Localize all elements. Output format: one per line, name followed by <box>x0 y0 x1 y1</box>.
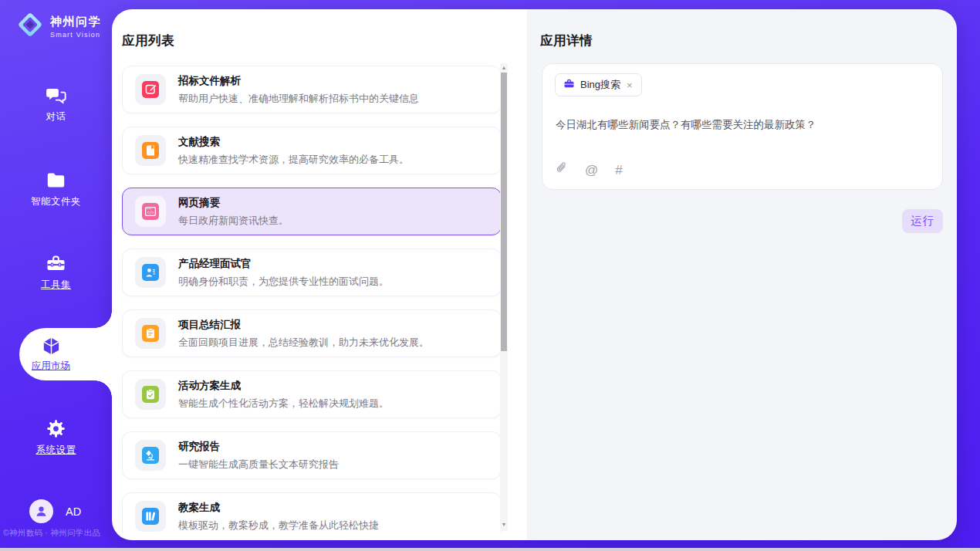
list-scrollbar[interactable]: ▲ ▼ <box>500 63 508 531</box>
app-card-desc: 模板驱动，教案秒成，教学准备从此轻松快捷 <box>178 519 379 532</box>
sidebar-item-app-market[interactable]: 应用市场 <box>19 328 112 380</box>
app-list: 招标文件解析 帮助用户快速、准确地理解和解析招标书中的关键信息 文献搜索 快速精… <box>122 63 502 532</box>
interviewer-icon <box>142 264 159 281</box>
sidebar-item-label: 对话 <box>46 110 66 123</box>
prompt-input-card[interactable]: Bing搜索 × 今日湖北有哪些新闻要点？有哪些需要关注的最新政策？ @ # <box>542 63 943 190</box>
bottom-edge-strip <box>0 548 980 551</box>
app-card-desc: 一键智能生成高质量长文本研究报告 <box>178 458 339 472</box>
hash-icon[interactable]: # <box>615 164 622 177</box>
app-icon-frame <box>135 74 166 105</box>
app-card-desc: 明确身份和职责，为您提供专业性的面试问题。 <box>178 275 389 289</box>
sidebar-item-smart-folder[interactable]: 智能文件夹 <box>0 170 112 208</box>
clipboard-icon <box>142 325 159 342</box>
app-card-web-summary[interactable]: </> 网页摘要 每日政府新闻资讯快查。 <box>122 188 502 235</box>
app-card-title: 招标文件解析 <box>178 74 419 88</box>
gear-icon <box>46 418 66 439</box>
app-card-event-plan[interactable]: 活动方案生成 智能生成个性化活动方案，轻松解决规划难题。 <box>122 370 502 418</box>
avatar <box>29 499 53 523</box>
app-list-title: 应用列表 <box>122 32 174 49</box>
microscope-icon <box>142 447 159 464</box>
app-detail-title: 应用详情 <box>540 32 593 49</box>
tool-tag-label: Bing搜索 <box>580 78 620 92</box>
app-card-title: 活动方案生成 <box>178 379 389 393</box>
app-card-title: 教案生成 <box>178 501 379 515</box>
app-card-research-report[interactable]: 研究报告 一键智能生成高质量长文本研究报告 <box>122 431 502 479</box>
scrollbar-thumb[interactable] <box>501 73 507 351</box>
copyright-footer: ©神州数码 · 神州问学出品 <box>3 528 111 539</box>
app-card-title: 研究报告 <box>178 440 339 454</box>
clipboard-check-icon <box>142 386 159 403</box>
sidebar: 神州问学 Smart Vision 对话 智能文件夹 <box>0 0 112 551</box>
brand-name: 神州问学 <box>50 15 101 29</box>
app-list-panel: 应用列表 招标文件解析 帮助用户快速、准确地理解和解析招标书中的关键信息 <box>112 9 527 540</box>
app-icon-frame <box>135 257 166 288</box>
app-card-title: 网页摘要 <box>178 196 289 210</box>
app-icon-frame <box>135 501 166 532</box>
app-card-desc: 智能生成个性化活动方案，轻松解决规划难题。 <box>178 397 389 411</box>
app-card-title: 文献搜索 <box>178 135 409 149</box>
close-icon[interactable]: × <box>626 80 634 90</box>
app-icon-frame <box>135 318 166 349</box>
app-card-title: 产品经理面试官 <box>178 257 389 271</box>
user-account[interactable]: AD <box>29 499 81 523</box>
scroll-down-arrow[interactable]: ▼ <box>500 520 508 529</box>
active-pill-notch-top <box>95 311 112 328</box>
app-card-desc: 全面回顾项目进展，总结经验教训，助力未来优化发展。 <box>178 336 429 350</box>
sidebar-item-chat[interactable]: 对话 <box>0 85 112 123</box>
brand-subtitle: Smart Vision <box>50 31 101 39</box>
sidebar-item-label: 智能文件夹 <box>31 195 81 208</box>
app-icon-frame <box>135 379 166 410</box>
webpage-code-icon: </> <box>142 203 159 220</box>
app-card-pm-interviewer[interactable]: 产品经理面试官 明确身份和职责，为您提供专业性的面试问题。 <box>122 248 502 296</box>
app-card-desc: 快速精准查找学术资源，提高研究效率的必备工具。 <box>178 153 409 167</box>
active-pill-notch-bottom <box>95 380 112 397</box>
brand-logo: 神州问学 Smart Vision <box>15 10 101 42</box>
app-detail-panel: 应用详情 Bing搜索 × 今日湖北有哪些新闻要点？有哪些需要关注的最新政策？ <box>527 9 957 540</box>
run-button[interactable]: 运行 <box>902 209 943 233</box>
books-icon <box>142 508 159 525</box>
tool-tag-bing-search[interactable]: Bing搜索 × <box>555 73 642 96</box>
app-card-desc: 每日政府新闻资讯快查。 <box>178 214 289 228</box>
app-card-lesson-plan[interactable]: 教案生成 模板驱动，教案秒成，教学准备从此轻松快捷 <box>122 492 502 532</box>
app-card-desc: 帮助用户快速、准确地理解和解析招标书中的关键信息 <box>178 92 419 106</box>
brand-diamond-icon <box>15 10 45 42</box>
query-text[interactable]: 今日湖北有哪些新闻要点？有哪些需要关注的最新政策？ <box>556 117 926 133</box>
sidebar-item-label: 应用市场 <box>32 360 70 373</box>
sidebar-item-toolset[interactable]: 工具集 <box>0 253 112 292</box>
briefcase-icon <box>563 78 575 93</box>
cube-icon <box>41 336 62 357</box>
app-card-title: 项目总结汇报 <box>178 318 429 332</box>
main-content: 应用列表 招标文件解析 帮助用户快速、准确地理解和解析招标书中的关键信息 <box>112 9 957 540</box>
user-name: AD <box>66 505 81 518</box>
sidebar-item-label: 系统设置 <box>36 444 76 457</box>
sidebar-item-label: 工具集 <box>41 279 71 292</box>
book-icon <box>142 142 159 159</box>
svg-text:</>: </> <box>147 210 154 215</box>
app-icon-frame: </> <box>135 196 166 227</box>
chat-icon <box>46 85 66 106</box>
folder-icon <box>46 170 66 191</box>
input-toolbar: @ # <box>556 162 623 178</box>
app-card-literature-search[interactable]: 文献搜索 快速精准查找学术资源，提高研究效率的必备工具。 <box>122 127 502 174</box>
app-icon-frame <box>135 135 166 166</box>
mention-icon[interactable]: @ <box>585 164 598 177</box>
scroll-up-arrow[interactable]: ▲ <box>500 63 508 73</box>
edit-doc-icon <box>142 81 159 98</box>
paperclip-icon[interactable] <box>556 162 568 178</box>
app-icon-frame <box>135 440 166 471</box>
toolbox-icon <box>46 253 66 274</box>
app-card-project-summary[interactable]: 项目总结汇报 全面回顾项目进展，总结经验教训，助力未来优化发展。 <box>122 309 502 357</box>
sidebar-item-settings[interactable]: 系统设置 <box>0 418 112 457</box>
app-card-bid-analysis[interactable]: 招标文件解析 帮助用户快速、准确地理解和解析招标书中的关键信息 <box>122 66 502 113</box>
